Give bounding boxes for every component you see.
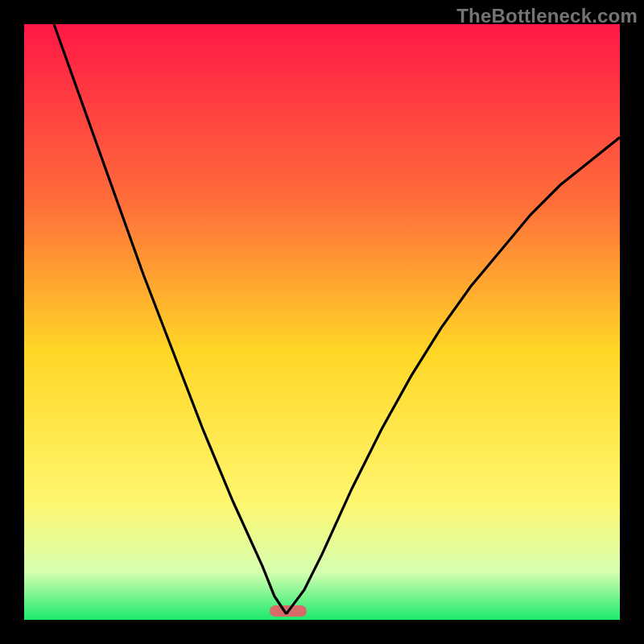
curves-svg [24, 24, 620, 620]
plot-area [24, 24, 620, 620]
right-curve [287, 138, 620, 614]
left-curve [54, 24, 287, 614]
